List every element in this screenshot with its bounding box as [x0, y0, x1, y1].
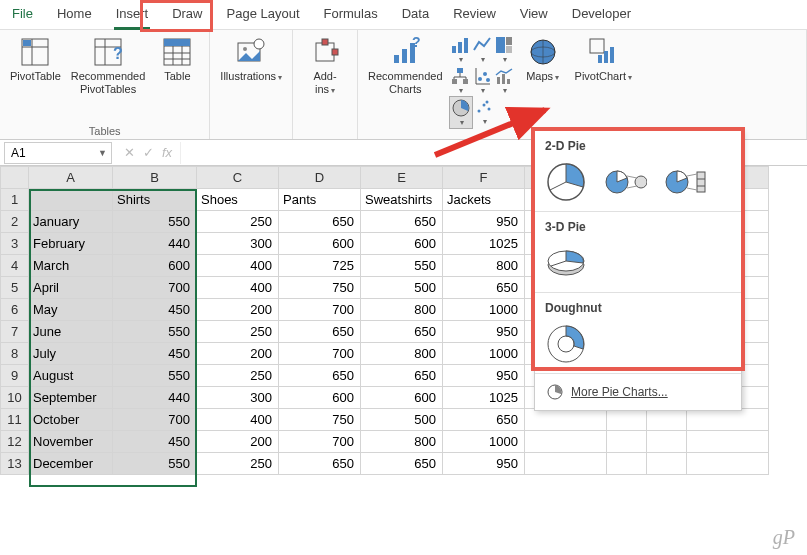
cell-d7[interactable]: 650 [279, 321, 361, 343]
line-chart-button[interactable]: ▾ [471, 34, 493, 65]
row-header-7[interactable]: 7 [1, 321, 29, 343]
cell-c6[interactable]: 200 [197, 299, 279, 321]
cell-a7[interactable]: June [29, 321, 113, 343]
cell-e13[interactable]: 650 [361, 453, 443, 475]
row-header-2[interactable]: 2 [1, 211, 29, 233]
tab-home[interactable]: Home [45, 0, 104, 29]
pivotchart-button[interactable]: PivotChart▾ [571, 34, 636, 85]
cell-d11[interactable]: 750 [279, 409, 361, 431]
recommended-pivottables-button[interactable]: ? Recommended PivotTables [67, 34, 150, 98]
cell-e7[interactable]: 650 [361, 321, 443, 343]
row-header-12[interactable]: 12 [1, 431, 29, 453]
row-header-5[interactable]: 5 [1, 277, 29, 299]
cell-d6[interactable]: 700 [279, 299, 361, 321]
cell-f3[interactable]: 1025 [443, 233, 525, 255]
tab-draw[interactable]: Draw [160, 0, 214, 29]
col-header-e[interactable]: E [361, 167, 443, 189]
cell-f13[interactable]: 950 [443, 453, 525, 475]
stats-chart-button[interactable]: ▾ [471, 65, 493, 96]
cell-d8[interactable]: 700 [279, 343, 361, 365]
row-header-3[interactable]: 3 [1, 233, 29, 255]
cell-c9[interactable]: 250 [197, 365, 279, 387]
pivottable-button[interactable]: PivotTable [6, 34, 65, 85]
cell-b5[interactable]: 700 [113, 277, 197, 299]
scatter-chart-button[interactable]: ▾ [473, 96, 495, 129]
cell-e1[interactable]: Sweatshirts [361, 189, 443, 211]
cell-a9[interactable]: August [29, 365, 113, 387]
cell-f6[interactable]: 1000 [443, 299, 525, 321]
cell-f11[interactable]: 650 [443, 409, 525, 431]
row-header-9[interactable]: 9 [1, 365, 29, 387]
cell-f1[interactable]: Jackets [443, 189, 525, 211]
cell-d13[interactable]: 650 [279, 453, 361, 475]
cell-c3[interactable]: 300 [197, 233, 279, 255]
cell-b2[interactable]: 550 [113, 211, 197, 233]
cell-f9[interactable]: 950 [443, 365, 525, 387]
cell-c13[interactable]: 250 [197, 453, 279, 475]
cell-e9[interactable]: 650 [361, 365, 443, 387]
cell-e4[interactable]: 550 [361, 255, 443, 277]
cell-a3[interactable]: February [29, 233, 113, 255]
tab-view[interactable]: View [508, 0, 560, 29]
cell-a5[interactable]: April [29, 277, 113, 299]
col-header-f[interactable]: F [443, 167, 525, 189]
cell-d3[interactable]: 600 [279, 233, 361, 255]
cell-c7[interactable]: 250 [197, 321, 279, 343]
cell-b7[interactable]: 550 [113, 321, 197, 343]
cell-f12[interactable]: 1000 [443, 431, 525, 453]
cell-a1[interactable] [29, 189, 113, 211]
cell-b1[interactable]: Shirts [113, 189, 197, 211]
cell-c1[interactable]: Shoes [197, 189, 279, 211]
cell-e12[interactable]: 800 [361, 431, 443, 453]
cell-e2[interactable]: 650 [361, 211, 443, 233]
fx-icon[interactable]: fx [162, 145, 172, 160]
more-pie-charts-link[interactable]: More Pie Charts... [535, 374, 741, 410]
pie-3d-option[interactable] [545, 242, 587, 284]
combo-chart-button[interactable]: ▾ [493, 65, 515, 96]
cell-f10[interactable]: 1025 [443, 387, 525, 409]
tab-page-layout[interactable]: Page Layout [215, 0, 312, 29]
cell-e6[interactable]: 800 [361, 299, 443, 321]
cell-a8[interactable]: July [29, 343, 113, 365]
row-header-11[interactable]: 11 [1, 409, 29, 431]
cell-d1[interactable]: Pants [279, 189, 361, 211]
col-header-d[interactable]: D [279, 167, 361, 189]
row-header-1[interactable]: 1 [1, 189, 29, 211]
tab-developer[interactable]: Developer [560, 0, 643, 29]
cell-b9[interactable]: 550 [113, 365, 197, 387]
cell-a4[interactable]: March [29, 255, 113, 277]
doughnut-option[interactable] [545, 323, 587, 365]
cell-c11[interactable]: 400 [197, 409, 279, 431]
col-header-a[interactable]: A [29, 167, 113, 189]
cell-d4[interactable]: 725 [279, 255, 361, 277]
treemap-button[interactable]: ▾ [493, 34, 515, 65]
bar-of-pie-option[interactable] [665, 161, 707, 203]
tab-formulas[interactable]: Formulas [312, 0, 390, 29]
cell-c4[interactable]: 400 [197, 255, 279, 277]
cell-b3[interactable]: 440 [113, 233, 197, 255]
tab-review[interactable]: Review [441, 0, 508, 29]
row-header-10[interactable]: 10 [1, 387, 29, 409]
cell-e11[interactable]: 500 [361, 409, 443, 431]
row-header-4[interactable]: 4 [1, 255, 29, 277]
recommended-charts-button[interactable]: ? Recommended Charts [364, 34, 447, 98]
cell-f2[interactable]: 950 [443, 211, 525, 233]
cell-e8[interactable]: 800 [361, 343, 443, 365]
pie-chart-button[interactable]: ▾ [449, 96, 473, 129]
addins-button[interactable]: Add- ins▾ [299, 34, 351, 98]
cell-b4[interactable]: 600 [113, 255, 197, 277]
cell-c5[interactable]: 400 [197, 277, 279, 299]
tab-file[interactable]: File [0, 0, 45, 29]
cell-b8[interactable]: 450 [113, 343, 197, 365]
cell-a11[interactable]: October [29, 409, 113, 431]
pie-2d-option[interactable] [545, 161, 587, 203]
cell-b10[interactable]: 440 [113, 387, 197, 409]
name-box[interactable]: A1▼ [4, 142, 112, 164]
cell-d5[interactable]: 750 [279, 277, 361, 299]
row-header-6[interactable]: 6 [1, 299, 29, 321]
row-header-13[interactable]: 13 [1, 453, 29, 475]
cell-b13[interactable]: 550 [113, 453, 197, 475]
cell-a10[interactable]: September [29, 387, 113, 409]
cell-e5[interactable]: 500 [361, 277, 443, 299]
cell-d9[interactable]: 650 [279, 365, 361, 387]
